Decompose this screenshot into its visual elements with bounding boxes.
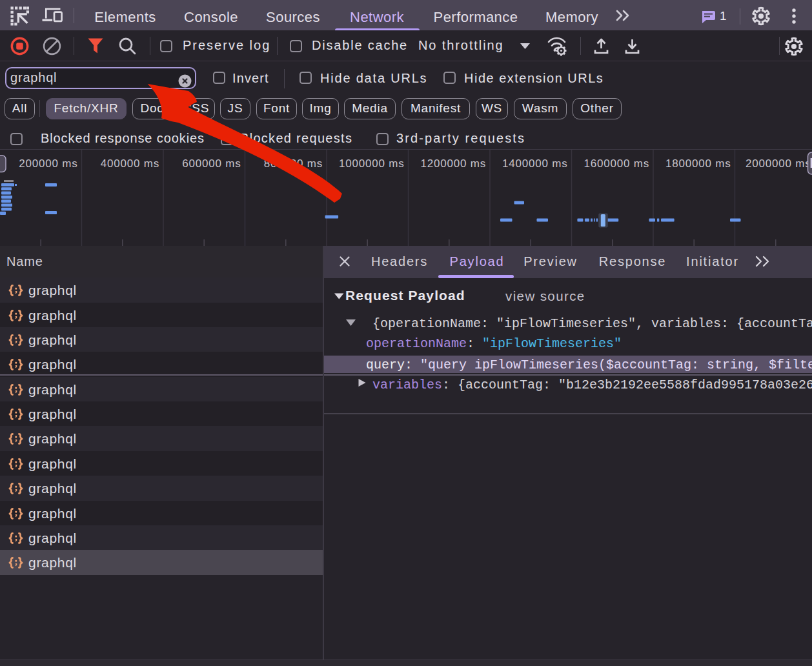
svg-text:400000 ms: 400000 ms	[101, 157, 159, 170]
svg-text:2000000 ms: 2000000 ms	[746, 157, 811, 170]
svg-text:200000 ms: 200000 ms	[19, 157, 77, 170]
svg-text:1600000 ms: 1600000 ms	[584, 157, 649, 170]
svg-text:1000000 ms: 1000000 ms	[339, 157, 405, 170]
svg-text:800000 ms: 800000 ms	[264, 157, 323, 170]
svg-text:1800000 ms: 1800000 ms	[665, 157, 731, 170]
svg-text:1400000 ms: 1400000 ms	[502, 157, 568, 170]
svg-text:1200000 ms: 1200000 ms	[420, 157, 486, 170]
svg-text:600000 ms: 600000 ms	[182, 157, 241, 170]
